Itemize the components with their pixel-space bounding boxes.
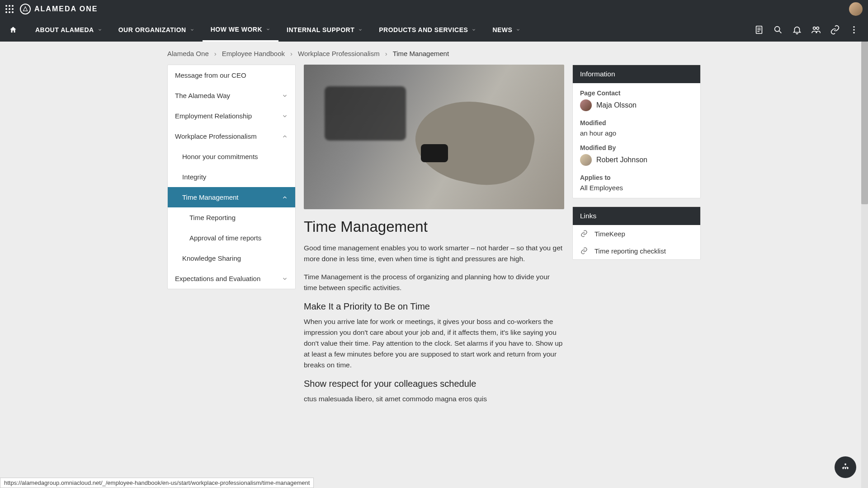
sidebar-item-label: The Alameda Way: [175, 92, 230, 99]
brand-text: ALAMEDA ONE: [34, 5, 98, 13]
breadcrumb: Alameda One›Employee Handbook›Workplace …: [167, 42, 701, 65]
contact-label: Page Contact: [580, 89, 693, 97]
sidebar-nav: Message from our CEOThe Alameda WayEmplo…: [167, 65, 296, 289]
nav-item-2[interactable]: HOW WE WORK: [203, 18, 278, 42]
chevron-down-icon: [282, 93, 288, 99]
nav-item-3[interactable]: INTERNAL SUPPORT: [278, 18, 371, 42]
page-title: Time Management: [304, 218, 564, 235]
applies-value: All Employees: [580, 184, 693, 192]
nav-item-4[interactable]: PRODUCTS AND SERVICES: [371, 18, 484, 42]
svg-point-9: [853, 29, 854, 30]
sidebar-item-label: Approval of time reports: [189, 234, 261, 242]
logo-icon: [20, 4, 31, 14]
people-icon[interactable]: [811, 25, 821, 35]
sidebar-item-label: Time Management: [182, 193, 239, 201]
links-panel: Links TimeKeepTime reporting checklist: [572, 206, 701, 260]
sidebar-item-label: Employment Relationship: [175, 112, 252, 120]
scroll-thumb[interactable]: [861, 42, 868, 204]
applies-label: Applies to: [580, 174, 693, 181]
bell-icon[interactable]: [792, 25, 802, 35]
chevron-down-icon: [282, 113, 288, 119]
links-title: Links: [573, 207, 700, 225]
breadcrumb-item[interactable]: Alameda One: [167, 50, 209, 57]
sidebar-item[interactable]: Employment Relationship: [168, 106, 295, 126]
sidebar-item-label: Honor your commitments: [182, 153, 258, 160]
svg-line-5: [779, 31, 782, 33]
sidebar-item[interactable]: Time Reporting: [168, 207, 295, 228]
sidebar-item[interactable]: Expectations and Evaluation: [168, 268, 295, 289]
search-icon[interactable]: [773, 25, 783, 35]
chevron-down-icon: [282, 276, 288, 282]
sidebar-item[interactable]: Time Management: [168, 187, 295, 207]
sidebar-item[interactable]: Honor your commitments: [168, 146, 295, 167]
svg-point-4: [775, 27, 780, 32]
home-icon[interactable]: [9, 26, 17, 34]
navbar: ABOUT ALAMEDAOUR ORGANIZATIONHOW WE WORK…: [0, 18, 868, 42]
article-p3: ctus malesuada libero, sit amet commodo …: [304, 394, 564, 404]
brand-logo[interactable]: ALAMEDA ONE: [20, 4, 98, 14]
sidebar-item-label: Message from our CEO: [175, 71, 246, 79]
topbar: ALAMEDA ONE: [0, 0, 868, 18]
svg-point-10: [853, 32, 854, 33]
sidebar-item[interactable]: Workplace Professionalism: [168, 126, 295, 146]
link-item[interactable]: Time reporting checklist: [573, 242, 700, 259]
article-p2: When you arrive late for work or meeting…: [304, 316, 564, 371]
nav-item-0[interactable]: ABOUT ALAMEDA: [27, 18, 110, 42]
sidebar-item[interactable]: Message from our CEO: [168, 65, 295, 85]
sidebar-item[interactable]: Knowledge Sharing: [168, 248, 295, 268]
sidebar-item-label: Workplace Professionalism: [175, 132, 257, 140]
main-content: Time Management Good time management ena…: [304, 65, 564, 421]
modifiedby-name[interactable]: Robert Johnson: [596, 156, 647, 164]
sidebar-item-label: Time Reporting: [189, 214, 236, 221]
apps-grid-icon[interactable]: [5, 5, 14, 13]
article-lead: Good time management enables you to work…: [304, 243, 564, 264]
breadcrumb-item[interactable]: Workplace Professionalism: [298, 50, 380, 57]
scrollbar[interactable]: [861, 42, 868, 421]
svg-point-7: [816, 27, 819, 30]
modified-label: Modified: [580, 119, 693, 127]
chevron-up-icon: [282, 194, 288, 201]
modifiedby-label: Modified By: [580, 144, 693, 151]
breadcrumb-item[interactable]: Employee Handbook: [222, 50, 285, 57]
link-icon: [580, 230, 588, 238]
link-item[interactable]: TimeKeep: [573, 225, 700, 242]
breadcrumb-item: Time Management: [393, 50, 449, 57]
modifiedby-avatar[interactable]: [580, 154, 592, 166]
chevron-right-icon: ›: [385, 50, 387, 57]
sidebar-item-label: Integrity: [182, 173, 206, 181]
sidebar-item-label: Knowledge Sharing: [182, 254, 241, 262]
more-icon[interactable]: [849, 25, 859, 35]
info-panel: Information Page Contact Maja Olsson Mod…: [572, 65, 701, 198]
nav-item-1[interactable]: OUR ORGANIZATION: [110, 18, 203, 42]
article-h2a: Make It a Priority to Be on Time: [304, 301, 564, 312]
hero-image: [304, 65, 564, 209]
nav-item-5[interactable]: NEWS: [484, 18, 528, 42]
chevron-up-icon: [282, 133, 288, 140]
info-title: Information: [573, 65, 700, 83]
article-h2b: Show respect for your colleagues schedul…: [304, 379, 564, 389]
chevron-right-icon: ›: [290, 50, 292, 57]
sidebar-item[interactable]: Integrity: [168, 167, 295, 187]
sidebar-item[interactable]: The Alameda Way: [168, 85, 295, 106]
modified-value: an hour ago: [580, 129, 693, 137]
link-icon: [580, 247, 588, 255]
svg-point-8: [853, 26, 854, 28]
chevron-right-icon: ›: [214, 50, 217, 57]
sidebar-item-label: Expectations and Evaluation: [175, 275, 260, 282]
link-icon[interactable]: [830, 25, 840, 35]
article-p1: Time Management is the process of organi…: [304, 272, 564, 293]
contact-name[interactable]: Maja Olsson: [596, 101, 637, 109]
sidebar-item[interactable]: Approval of time reports: [168, 228, 295, 248]
user-avatar[interactable]: [849, 2, 863, 16]
document-icon[interactable]: [754, 25, 764, 35]
svg-point-6: [813, 27, 816, 30]
contact-avatar[interactable]: [580, 99, 592, 111]
